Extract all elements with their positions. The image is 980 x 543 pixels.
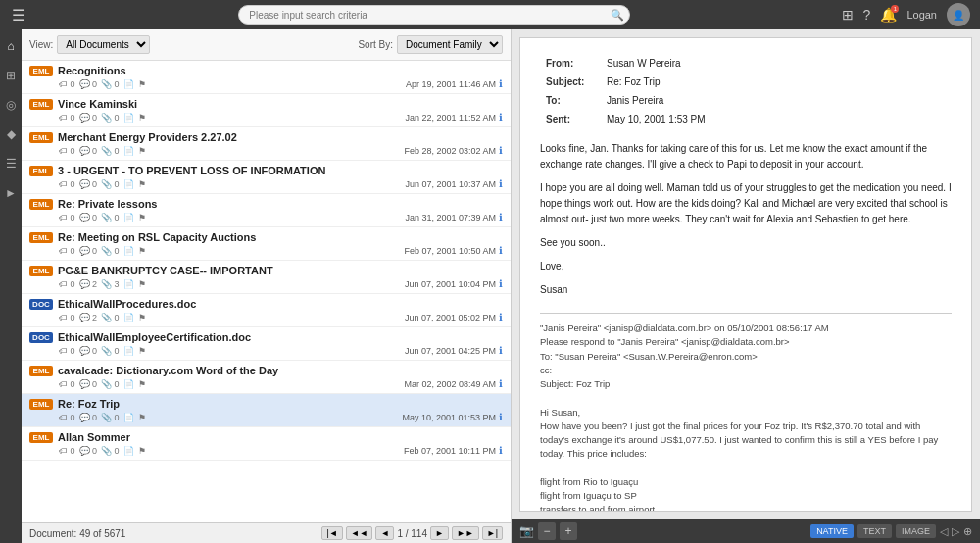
list-item[interactable]: EMLPG&E BANKRUPTCY CASE-- IMPORTANT 🏷 0 …	[22, 261, 511, 294]
avatar[interactable]: 👤	[947, 3, 970, 26]
doc-icon: 📄	[123, 446, 134, 456]
list-item[interactable]: EMLRecognitions 🏷 0 💬 0 📎 0 📄 ⚑ Apr 19, …	[22, 61, 511, 94]
tag-icon: 🏷 0	[59, 413, 75, 422]
zoom-out-btn[interactable]: −	[538, 522, 556, 540]
doc-title: cavalcade: Dictionary.com Word of the Da…	[58, 365, 503, 376]
date-text: Jun 07, 2001 04:25 PM	[405, 346, 496, 356]
list-item[interactable]: EMLRe: Foz Trip 🏷 0 💬 0 📎 0 📄 ⚑ May 10, …	[22, 394, 511, 427]
date-text: Jan 22, 2001 11:52 AM	[405, 113, 496, 123]
list-item[interactable]: EMLcavalcade: Dictionary.com Word of the…	[22, 361, 511, 394]
sidebar-icon-circle[interactable]: ◎	[2, 96, 20, 114]
first-page-btn[interactable]: |◄	[321, 526, 342, 540]
prev-btn[interactable]: ◄	[375, 526, 394, 540]
list-item[interactable]: EMLAllan Sommer 🏷 0 💬 0 📎 0 📄 ⚑ Feb 07, …	[22, 427, 511, 461]
date-text: Mar 02, 2002 08:49 AM	[404, 379, 496, 389]
pv-icon3[interactable]: ⊕	[963, 525, 972, 538]
info-icon[interactable]: ℹ	[499, 378, 503, 389]
to-label: To:	[542, 92, 601, 109]
sidebar-icon-grid[interactable]: ⊞	[2, 67, 20, 84]
next-page-btn[interactable]: ►►	[452, 526, 479, 540]
native-mode-btn[interactable]: NATIVE	[810, 524, 854, 538]
doc-icons: 🏷 0 💬 0 📎 0 📄 ⚑	[59, 246, 146, 256]
next-btn[interactable]: ►	[430, 526, 449, 540]
body-para2: I hope you are all doing well. Maman tol…	[540, 180, 952, 227]
doc-type-badge: EML	[29, 232, 53, 243]
sidebar-icon-diamond[interactable]: ◆	[2, 125, 20, 143]
attach-icon: 📎 0	[101, 313, 120, 322]
doc-icon: 📄	[123, 413, 134, 422]
note-icon: 💬 0	[79, 79, 98, 89]
view-dropdown[interactable]: All Documents	[57, 35, 150, 54]
body-para1: Looks fine, Jan. Thanks for taking care …	[540, 141, 952, 173]
doc-icon: 📄	[123, 313, 134, 322]
text-mode-btn[interactable]: TEXT	[858, 524, 892, 538]
from-value: Susan W Pereira	[603, 55, 950, 72]
image-mode-btn[interactable]: IMAGE	[896, 524, 936, 538]
attach-icon: 📎 0	[101, 213, 120, 222]
subject-label: Subject:	[542, 74, 601, 90]
pv-icon2[interactable]: ▷	[952, 525, 959, 538]
info-icon[interactable]: ℹ	[499, 112, 503, 123]
body-para3: See you soon..	[540, 235, 952, 251]
quoted-cc: cc:	[540, 364, 952, 377]
info-icon[interactable]: ℹ	[499, 312, 503, 322]
info-icon[interactable]: ℹ	[499, 445, 503, 456]
flag-icon: ⚑	[138, 179, 146, 189]
sidebar-icon-home[interactable]: ⌂	[2, 37, 20, 55]
last-page-btn[interactable]: ►|	[482, 526, 503, 540]
info-icon[interactable]: ℹ	[499, 345, 503, 356]
info-icon[interactable]: ℹ	[499, 412, 503, 422]
note-icon: 💬 0	[79, 379, 98, 389]
list-item[interactable]: EMLRe: Private lessons 🏷 0 💬 0 📎 0 📄 ⚑ J…	[22, 194, 511, 227]
prev-page-btn[interactable]: ◄◄	[346, 526, 373, 540]
doc-icons: 🏷 0 💬 0 📎 0 📄 ⚑	[59, 346, 146, 356]
info-icon[interactable]: ℹ	[499, 245, 503, 256]
tag-icon: 🏷 0	[59, 346, 75, 356]
pv-icon1[interactable]: ◁	[940, 525, 948, 538]
date-text: Apr 19, 2001 11:46 AM	[406, 79, 496, 89]
list-item[interactable]: EMLRe: Meeting on RSL Capacity Auctions …	[22, 227, 511, 261]
sort-dropdown[interactable]: Document Family	[397, 35, 503, 54]
zoom-in-btn[interactable]: +	[560, 522, 577, 540]
search-input[interactable]	[238, 5, 630, 25]
list-item[interactable]: DOCEthicalWallProcedures.doc 🏷 0 💬 2 📎 0…	[22, 294, 511, 327]
list-item[interactable]: EMLMerchant Energy Providers 2.27.02 🏷 0…	[22, 127, 511, 161]
info-icon[interactable]: ℹ	[499, 212, 503, 222]
quoted-body1: Hi Susan,	[540, 406, 952, 420]
flag-icon: ⚑	[138, 146, 146, 156]
preview-bottom-bar: 📷 − + NATIVE TEXT IMAGE ◁ ▷ ⊕	[512, 519, 980, 543]
view-label: View:	[29, 39, 53, 50]
info-icon[interactable]: ℹ	[499, 78, 503, 89]
list-item[interactable]: EMLVince Kaminski 🏷 0 💬 0 📎 0 📄 ⚑ Jan 22…	[22, 94, 511, 127]
list-item[interactable]: DOCEthicalWallEmployeeCertification.doc …	[22, 327, 511, 361]
doc-title: Re: Meeting on RSL Capacity Auctions	[58, 231, 503, 243]
tag-icon: 🏷 0	[59, 446, 75, 456]
sidebar-icon-play[interactable]: ►	[2, 184, 20, 202]
doc-type-badge: EML	[29, 266, 53, 276]
grid-icon[interactable]: ⊞	[842, 7, 854, 23]
doc-title: Vince Kaminski	[58, 98, 503, 110]
attach-icon: 📎 3	[101, 279, 120, 289]
doc-icon: 📄	[123, 246, 134, 256]
top-bar: ☰ 🔍 ⊞ ? 🔔 1 Logan 👤	[0, 0, 980, 29]
doc-title: Allan Sommer	[58, 431, 503, 443]
quoted-subject: Subject: Foz Trip	[540, 377, 952, 391]
sidebar-icon-list[interactable]: ☰	[2, 155, 20, 173]
sent-value: May 10, 2001 1:53 PM	[603, 111, 950, 127]
doc-icons: 🏷 0 💬 2 📎 0 📄 ⚑	[59, 313, 146, 322]
tag-icon: 🏷 0	[59, 213, 75, 222]
list-item[interactable]: EML3 - URGENT - TO PREVENT LOSS OF INFOR…	[22, 161, 511, 194]
menu-icon[interactable]: ☰	[10, 6, 27, 24]
camera-icon[interactable]: 📷	[519, 524, 534, 538]
help-icon[interactable]: ?	[863, 7, 871, 23]
info-icon[interactable]: ℹ	[499, 145, 503, 156]
doc-icons: 🏷 0 💬 0 📎 0 📄 ⚑	[59, 446, 146, 456]
search-button[interactable]: 🔍	[611, 9, 624, 22]
doc-date: Jan 22, 2001 11:52 AM ℹ	[405, 112, 503, 123]
date-text: Jan 31, 2001 07:39 AM	[405, 213, 496, 222]
quoted-list1: flight from Rio to Iguaçu	[540, 475, 952, 489]
info-icon[interactable]: ℹ	[499, 278, 503, 289]
info-icon[interactable]: ℹ	[499, 178, 503, 189]
date-text: Jun 07, 2001 10:37 AM	[405, 179, 496, 189]
notification-wrapper[interactable]: 🔔 1	[880, 7, 897, 23]
